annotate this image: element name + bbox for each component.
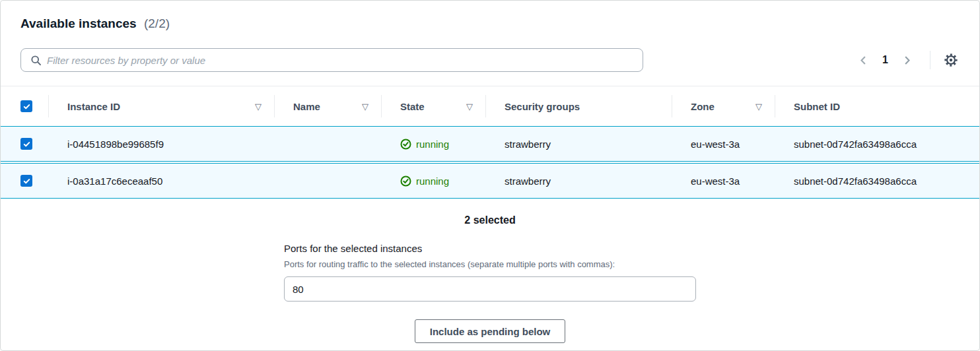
pagination: 1	[855, 51, 960, 69]
status-running-icon	[400, 139, 411, 150]
row-checkbox[interactable]	[20, 175, 32, 187]
chevron-right-icon	[901, 55, 913, 66]
ports-input[interactable]	[284, 276, 696, 302]
select-all-cell	[1, 86, 49, 126]
previous-page-button[interactable]	[855, 52, 872, 69]
panel-title-text: Available instances	[20, 16, 137, 30]
check-icon	[22, 140, 31, 148]
column-header-instance-id[interactable]: Instance ID ▽	[49, 86, 275, 126]
select-all-checkbox[interactable]	[20, 100, 32, 112]
sort-icon[interactable]: ▽	[755, 102, 762, 112]
available-instances-panel: Available instances (2/2)	[0, 0, 980, 351]
row-select-cell	[1, 164, 49, 198]
status-running-icon	[400, 176, 411, 187]
cell-state: running	[382, 139, 486, 150]
cell-instance-id: i-0a31a17c6eceaaf50	[49, 176, 275, 187]
instance-count: (2/2)	[144, 16, 170, 30]
sort-icon[interactable]: ▽	[362, 102, 368, 112]
cell-state: running	[382, 176, 486, 187]
ports-label: Ports for the selected instances	[284, 242, 696, 255]
column-header-zone[interactable]: Zone ▽	[672, 86, 775, 126]
cell-security-groups: strawberry	[486, 139, 672, 150]
cell-security-groups: strawberry	[486, 176, 672, 187]
check-icon	[22, 177, 31, 185]
include-as-pending-button[interactable]: Include as pending below	[415, 319, 566, 343]
panel-header: Available instances (2/2)	[1, 1, 979, 72]
column-header-state[interactable]: State ▽	[382, 86, 486, 126]
table-toolbar: 1	[20, 48, 960, 72]
ports-description: Ports for routing traffic to the selecte…	[284, 259, 696, 270]
row-select-cell	[1, 127, 49, 161]
page-title: Available instances (2/2)	[20, 16, 960, 31]
column-header-security-groups: Security groups	[486, 86, 672, 126]
table-row[interactable]: i-0a31a17c6eceaaf50 running strawberry e…	[1, 163, 979, 199]
next-page-button[interactable]	[899, 52, 915, 69]
chevron-left-icon	[858, 55, 869, 66]
filter-input-wrapper	[20, 48, 643, 72]
cell-zone: eu-west-3a	[672, 139, 775, 150]
toolbar-separator	[930, 51, 930, 69]
row-checkbox[interactable]	[20, 138, 32, 150]
state-label: running	[416, 176, 449, 187]
preferences-button[interactable]	[942, 51, 960, 69]
current-page-number[interactable]: 1	[882, 54, 888, 66]
sort-icon[interactable]: ▽	[466, 102, 473, 112]
ports-section: Ports for the selected instances Ports f…	[284, 242, 696, 302]
table-row[interactable]: i-04451898be99685f9 running strawberry e…	[1, 126, 979, 162]
cell-subnet-id: subnet-0d742fa63498a6cca	[775, 176, 979, 187]
instances-table: Instance ID ▽ Name ▽ State ▽ Security gr…	[1, 86, 979, 199]
sort-icon[interactable]: ▽	[255, 102, 262, 112]
check-icon	[22, 102, 31, 111]
filter-input[interactable]	[46, 54, 636, 67]
cell-subnet-id: subnet-0d742fa63498a6cca	[775, 139, 979, 150]
search-icon	[30, 55, 42, 66]
cell-instance-id: i-04451898be99685f9	[49, 139, 275, 150]
table-header-row: Instance ID ▽ Name ▽ State ▽ Security gr…	[1, 86, 979, 126]
state-label: running	[416, 139, 449, 150]
column-header-subnet-id: Subnet ID	[775, 86, 979, 126]
selection-summary: 2 selected	[1, 214, 979, 226]
column-header-name[interactable]: Name ▽	[275, 86, 382, 126]
actions-row: Include as pending below	[1, 319, 979, 343]
gear-icon	[944, 53, 958, 67]
cell-zone: eu-west-3a	[672, 176, 775, 187]
